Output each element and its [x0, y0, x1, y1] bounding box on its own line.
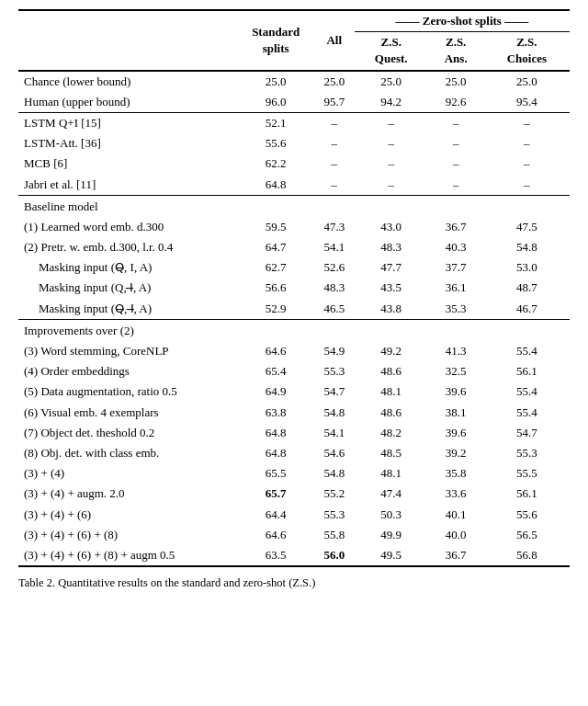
row-zs-choices: 55.4 — [484, 341, 570, 361]
row-std: 63.8 — [238, 403, 314, 423]
row-zs-choices: – — [484, 154, 570, 174]
row-label: (8) Obj. det. with class emb. — [18, 443, 238, 463]
col-zs-quest-header: Z.S.Quest. — [355, 32, 428, 71]
row-label: LSTM Q+I [15] — [18, 112, 238, 133]
row-all: 47.3 — [314, 217, 355, 237]
row-all: 46.5 — [314, 299, 355, 320]
row-all: 54.1 — [314, 237, 355, 257]
row-label: (7) Object det. theshold 0.2 — [18, 423, 238, 443]
table-row: Masking input (Q̶, I̶, A)52.946.543.835.… — [18, 299, 570, 320]
col-standard-header: Standardsplits — [238, 10, 314, 71]
table-row: Masking input (Q, I̶, A)56.648.343.536.1… — [18, 278, 570, 298]
row-label: Masking input (Q, I̶, A) — [18, 278, 238, 298]
table-row: MCB [6]62.2–––– — [18, 154, 570, 174]
row-zs-ans: 36.1 — [428, 278, 484, 298]
row-std: 64.6 — [238, 341, 314, 361]
row-zs-choices: 56.1 — [484, 361, 570, 381]
row-zs-quest: 48.6 — [355, 403, 428, 423]
row-zs-choices: 47.5 — [484, 217, 570, 237]
table-row: (3) + (4) + augm. 2.065.755.247.433.656.… — [18, 484, 570, 504]
table-row: Jabri et al. [11]64.8–––– — [18, 175, 570, 196]
row-std: 64.7 — [238, 237, 314, 257]
row-std: 64.8 — [238, 443, 314, 463]
table-row: (3) Word stemming, CoreNLP64.654.949.241… — [18, 341, 570, 361]
row-zs-quest: 50.3 — [355, 505, 428, 525]
row-zs-quest: 48.1 — [355, 463, 428, 484]
row-zs-quest: 49.5 — [355, 545, 428, 566]
row-zs-quest: 47.7 — [355, 257, 428, 278]
row-std: 64.4 — [238, 505, 314, 525]
row-std: 96.0 — [238, 92, 314, 113]
table-row: (3) + (4) + (6) + (8)64.655.849.940.056.… — [18, 525, 570, 545]
row-zs-choices: 56.8 — [484, 545, 570, 566]
row-zs-ans: – — [428, 154, 484, 174]
row-std: 64.6 — [238, 525, 314, 545]
table-row: (8) Obj. det. with class emb.64.854.648.… — [18, 443, 570, 463]
col-zs-ans-header: Z.S.Ans. — [428, 32, 484, 71]
row-zs-quest: 25.0 — [355, 71, 428, 92]
row-std: 59.5 — [238, 217, 314, 237]
row-all: 55.3 — [314, 505, 355, 525]
zs-group-header: —— Zero-shot splits —— — [355, 10, 570, 32]
row-all: 52.6 — [314, 257, 355, 278]
row-label: Masking input (Q̶, I̶, A) — [18, 299, 238, 320]
row-zs-quest: 49.9 — [355, 525, 428, 545]
row-zs-ans: – — [428, 175, 484, 196]
col-all-header: All — [314, 10, 355, 71]
row-all: 54.7 — [314, 381, 355, 402]
row-zs-quest: 48.2 — [355, 423, 428, 443]
row-std: 65.4 — [238, 361, 314, 381]
row-std: 56.6 — [238, 278, 314, 298]
row-std: 62.7 — [238, 257, 314, 278]
row-zs-choices: – — [484, 112, 570, 133]
table-row: (5) Data augmentation, ratio 0.564.954.7… — [18, 381, 570, 402]
row-all: 54.8 — [314, 463, 355, 484]
row-zs-ans: 39.6 — [428, 381, 484, 402]
row-all: – — [314, 112, 355, 133]
row-zs-quest: 43.8 — [355, 299, 428, 320]
row-zs-ans: – — [428, 133, 484, 154]
row-zs-ans: 36.7 — [428, 545, 484, 566]
row-zs-quest: 48.5 — [355, 443, 428, 463]
row-label: (5) Data augmentation, ratio 0.5 — [18, 381, 238, 402]
table-row: LSTM Q+I [15]52.1–––– — [18, 112, 570, 133]
col-method-header — [18, 10, 238, 71]
row-zs-quest: 48.6 — [355, 361, 428, 381]
row-zs-quest: – — [355, 175, 428, 196]
table-row: LSTM-Att. [36]55.6–––– — [18, 133, 570, 154]
table-row: (1) Learned word emb. d.30059.547.343.03… — [18, 217, 570, 237]
row-zs-choices: 48.7 — [484, 278, 570, 298]
row-zs-ans: 92.6 — [428, 92, 484, 113]
row-all: 54.8 — [314, 403, 355, 423]
row-label: Human (upper bound) — [18, 92, 238, 113]
row-zs-ans: 40.0 — [428, 525, 484, 545]
row-zs-quest: 94.2 — [355, 92, 428, 113]
table-row: (3) + (4) + (6)64.455.350.340.155.6 — [18, 505, 570, 525]
row-std: 65.7 — [238, 484, 314, 504]
row-label: (3) Word stemming, CoreNLP — [18, 341, 238, 361]
row-label: Jabri et al. [11] — [18, 175, 238, 196]
table-row: Chance (lower bound)25.025.025.025.025.0 — [18, 71, 570, 92]
table-row: Human (upper bound)96.095.794.292.695.4 — [18, 92, 570, 113]
row-zs-choices: 46.7 — [484, 299, 570, 320]
row-zs-ans: 35.3 — [428, 299, 484, 320]
row-zs-choices: – — [484, 133, 570, 154]
row-all: 55.2 — [314, 484, 355, 504]
row-zs-ans: 41.3 — [428, 341, 484, 361]
table-row: (2) Pretr. w. emb. d.300, l.r. 0.464.754… — [18, 237, 570, 257]
results-table: Standardsplits All —— Zero-shot splits —… — [18, 9, 570, 567]
row-zs-ans: – — [428, 112, 484, 133]
row-all: 54.6 — [314, 443, 355, 463]
row-zs-choices: 25.0 — [484, 71, 570, 92]
row-zs-choices: 55.6 — [484, 505, 570, 525]
table-container: Standardsplits All —— Zero-shot splits —… — [18, 9, 570, 592]
section-label: Baseline model — [18, 195, 570, 217]
table-row: (3) + (4)65.554.848.135.855.5 — [18, 463, 570, 484]
row-label: (2) Pretr. w. emb. d.300, l.r. 0.4 — [18, 237, 238, 257]
row-label: (6) Visual emb. 4 exemplars — [18, 403, 238, 423]
row-all: 54.9 — [314, 341, 355, 361]
header-row-1: Standardsplits All —— Zero-shot splits —… — [18, 10, 570, 32]
row-std: 52.1 — [238, 112, 314, 133]
table-row: (7) Object det. theshold 0.264.854.148.2… — [18, 423, 570, 443]
row-zs-ans: 39.2 — [428, 443, 484, 463]
